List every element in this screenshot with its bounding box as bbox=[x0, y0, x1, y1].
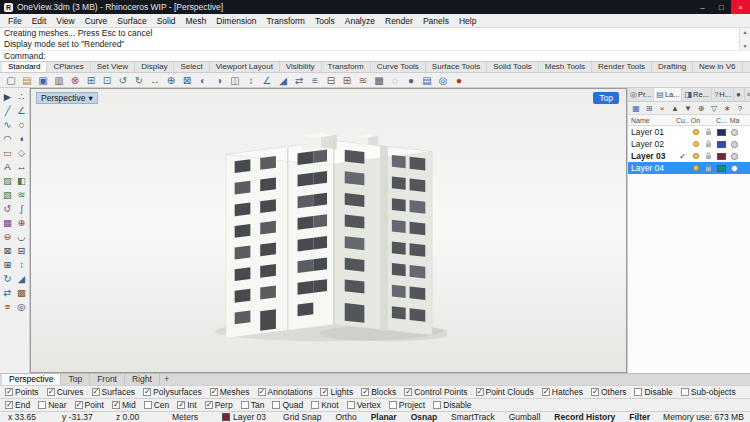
status-toggle[interactable]: Grid Snap bbox=[276, 412, 328, 422]
rotate-icon[interactable]: ∠ bbox=[259, 74, 275, 87]
delete-layer-icon[interactable]: × bbox=[656, 103, 668, 114]
filter-checkbox[interactable]: Control Points bbox=[404, 387, 467, 397]
toolbar-tab[interactable]: Render Tools bbox=[592, 62, 652, 72]
command-input[interactable]: Command: bbox=[0, 50, 750, 61]
osnap-checkbox[interactable]: Quad bbox=[272, 400, 303, 410]
surface-icon[interactable]: ◧ bbox=[15, 173, 29, 187]
close-button[interactable]: × bbox=[731, 0, 750, 14]
menu-item[interactable]: File bbox=[3, 16, 27, 26]
layer-visibility-toggle[interactable] bbox=[689, 141, 702, 147]
new-sublayer-icon[interactable]: ⊞ bbox=[643, 103, 655, 114]
shaded-view-icon[interactable]: ◑ bbox=[211, 74, 227, 87]
join-curve-icon[interactable]: ⊞ bbox=[1, 257, 15, 271]
filter-checkbox[interactable]: Blocks bbox=[361, 387, 396, 397]
sweep-icon[interactable]: ∫ bbox=[15, 201, 29, 215]
layer-color-cell[interactable] bbox=[715, 129, 728, 136]
new-layer-icon[interactable]: ▦ bbox=[630, 103, 642, 114]
join-icon[interactable]: ≋ bbox=[355, 74, 371, 87]
line-icon[interactable]: ╱ bbox=[1, 103, 15, 117]
status-toggle[interactable]: SmartTrack bbox=[444, 412, 502, 422]
osnap-checkbox[interactable]: Disable bbox=[433, 400, 471, 410]
tab-materials[interactable]: ● bbox=[734, 88, 745, 101]
filter-checkbox[interactable]: Hatches bbox=[542, 387, 583, 397]
points-icon[interactable]: ∴ bbox=[15, 89, 29, 103]
status-toggle[interactable]: Planar bbox=[364, 412, 404, 422]
toolbar-tab[interactable]: Standard bbox=[2, 62, 47, 72]
pan-view-icon[interactable]: ↔ bbox=[147, 74, 163, 87]
tab-more[interactable]: » bbox=[745, 88, 750, 101]
layer-lock-toggle[interactable] bbox=[702, 140, 715, 148]
toolbar-tab[interactable]: Select bbox=[174, 62, 209, 72]
toolbar-tab[interactable]: Solid Tools bbox=[487, 62, 539, 72]
osnap-checkbox[interactable]: Perp bbox=[205, 400, 233, 410]
viewport-tab[interactable]: Perspective bbox=[2, 374, 61, 385]
menu-item[interactable]: Curve bbox=[80, 16, 113, 26]
osnap-checkbox[interactable]: Cen bbox=[144, 400, 170, 410]
status-toggle[interactable]: Osnap bbox=[404, 412, 444, 422]
status-toggle[interactable]: Ortho bbox=[328, 412, 363, 422]
layer-color-cell[interactable] bbox=[715, 153, 728, 160]
fillet-icon[interactable]: ◡ bbox=[15, 229, 29, 243]
layer-lock-toggle[interactable] bbox=[702, 128, 715, 136]
menu-item[interactable]: Solid bbox=[152, 16, 181, 26]
osnap-checkbox[interactable]: Near bbox=[38, 400, 66, 410]
split-curve-icon[interactable]: ⊟ bbox=[15, 243, 29, 257]
mesh-icon[interactable]: ▦ bbox=[1, 215, 15, 229]
osnap-checkbox[interactable]: Tan bbox=[241, 400, 265, 410]
menu-item[interactable]: Analyze bbox=[340, 16, 380, 26]
ellipse-icon[interactable]: ◖ bbox=[15, 131, 29, 145]
boolean-difference-icon[interactable]: ⊖ bbox=[1, 229, 15, 243]
toolbar-tab[interactable]: CPlanes bbox=[47, 62, 90, 72]
layer-visibility-toggle[interactable] bbox=[689, 165, 702, 171]
layer-material-cell[interactable] bbox=[728, 153, 741, 160]
mirror-icon[interactable]: ⇄ bbox=[291, 74, 307, 87]
copy-icon[interactable]: ⊞ bbox=[83, 74, 99, 87]
osnap-checkbox[interactable]: Int bbox=[177, 400, 196, 410]
menu-item[interactable]: Mesh bbox=[181, 16, 212, 26]
tab-properties[interactable]: ◎ Pr... bbox=[628, 88, 654, 101]
revolve-icon[interactable]: ↺ bbox=[1, 201, 15, 215]
extrude-icon[interactable]: ▧ bbox=[1, 187, 15, 201]
group-icon[interactable]: ▩ bbox=[371, 74, 387, 87]
layer-lock-toggle[interactable] bbox=[702, 164, 715, 172]
layer-color-cell[interactable] bbox=[715, 141, 728, 148]
toolbar-tab[interactable]: Drafting bbox=[652, 62, 693, 72]
maximize-button[interactable]: □ bbox=[712, 0, 731, 14]
filter-checkbox[interactable]: Disable bbox=[634, 387, 672, 397]
properties-icon[interactable]: ◎ bbox=[435, 74, 451, 87]
status-toggle[interactable]: Filter bbox=[622, 412, 657, 422]
top-view-button[interactable]: Top bbox=[593, 92, 619, 104]
tab-layers[interactable]: ▤ La... bbox=[654, 88, 682, 101]
circle-icon[interactable]: ○ bbox=[15, 117, 29, 131]
building-model[interactable] bbox=[211, 123, 447, 349]
undo-icon[interactable]: ↺ bbox=[115, 74, 131, 87]
move-layer-down-icon[interactable]: ▼ bbox=[682, 103, 694, 114]
move-layer-up-icon[interactable]: ▲ bbox=[669, 103, 681, 114]
filter-checkbox[interactable]: Annotations bbox=[258, 387, 313, 397]
print-icon[interactable]: ▥ bbox=[51, 74, 67, 87]
menu-item[interactable]: View bbox=[51, 16, 79, 26]
scale-icon[interactable]: ◢ bbox=[275, 74, 291, 87]
menu-item[interactable]: Dimension bbox=[211, 16, 261, 26]
filter-checkbox[interactable]: Meshes bbox=[210, 387, 250, 397]
toolbar-tab[interactable]: Display bbox=[135, 62, 174, 72]
menu-item[interactable]: Transform bbox=[261, 16, 309, 26]
layers-icon[interactable]: ▤ bbox=[419, 74, 435, 87]
osnap-checkbox[interactable]: Project bbox=[389, 400, 425, 410]
command-scrollbar[interactable]: ▲ ▼ bbox=[739, 28, 750, 50]
boolean-union-icon[interactable]: ⊕ bbox=[15, 215, 29, 229]
zoom-extents-icon[interactable]: ⊕ bbox=[163, 74, 179, 87]
filter-checkbox[interactable]: Point Clouds bbox=[476, 387, 534, 397]
array-icon[interactable]: ▩ bbox=[15, 285, 29, 299]
layer-material-cell[interactable] bbox=[728, 165, 741, 172]
filter-checkbox[interactable]: Others bbox=[591, 387, 627, 397]
layer-help-icon[interactable]: ? bbox=[734, 103, 746, 114]
toolbar-tab[interactable]: Set View bbox=[91, 62, 135, 72]
polygon-icon[interactable]: ◇ bbox=[15, 145, 29, 159]
viewport-tab[interactable]: Front bbox=[90, 374, 125, 385]
zoom-window-icon[interactable]: ⊠ bbox=[179, 74, 195, 87]
current-layer-indicator[interactable]: Layer 03 bbox=[218, 412, 276, 422]
toolbar-tab[interactable]: Visibility bbox=[280, 62, 322, 72]
tab-help[interactable]: ? H... bbox=[712, 88, 734, 101]
status-toggle[interactable]: Record History bbox=[547, 412, 622, 422]
